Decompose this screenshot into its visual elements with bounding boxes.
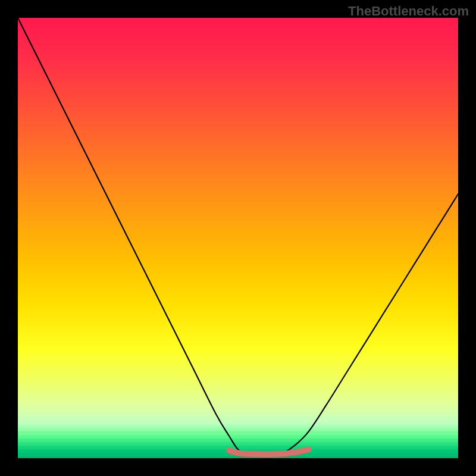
bottleneck-curve — [18, 18, 458, 456]
plot-area — [18, 18, 458, 458]
watermark-text: TheBottleneck.com — [348, 4, 469, 19]
optimal-flat-segment — [229, 449, 308, 454]
chart-svg — [18, 18, 458, 458]
